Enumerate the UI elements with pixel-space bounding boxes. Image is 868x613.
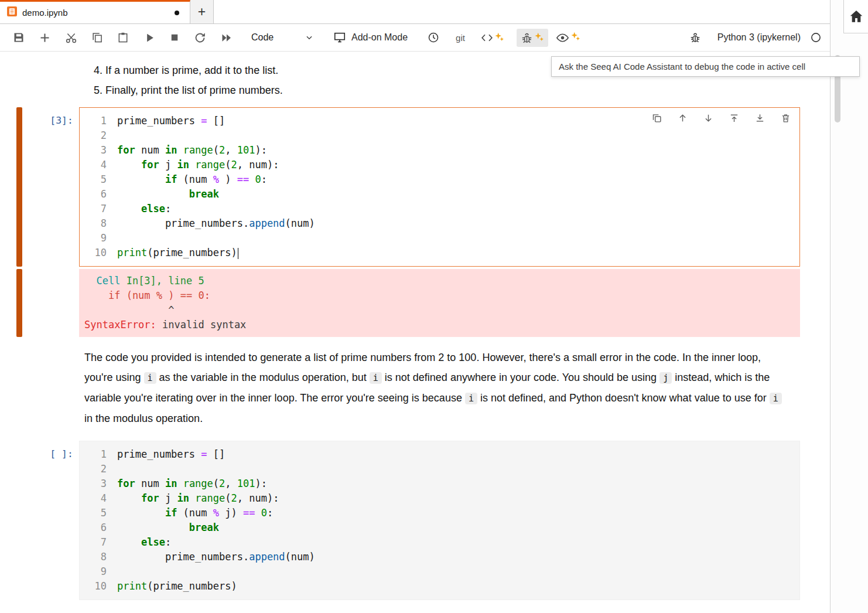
- stop-icon: [169, 32, 180, 43]
- tab-title: demo.ipynb: [22, 8, 169, 18]
- input-collapser[interactable]: [16, 107, 22, 267]
- code-text: [107, 564, 117, 579]
- arrow-up-icon: [678, 113, 688, 123]
- code-line[interactable]: 7 else:: [80, 535, 799, 550]
- traceback-line: if (num % ) == 0:: [84, 288, 800, 303]
- scissors-icon: [65, 32, 77, 44]
- tab-demo-ipynb[interactable]: demo.ipynb: [0, 0, 190, 23]
- code-text: [107, 462, 117, 476]
- ai-code-assistant-button[interactable]: [477, 29, 508, 47]
- debugger-toggle-button[interactable]: [687, 29, 703, 46]
- save-icon: [13, 32, 25, 43]
- insert-cell-below-button[interactable]: [755, 113, 765, 123]
- ai-explain-assistant-button[interactable]: [552, 28, 585, 47]
- home-icon: [849, 9, 864, 24]
- kernel-name-button[interactable]: Python 3 (ipykernel): [717, 32, 801, 43]
- inline-code: j: [659, 372, 672, 384]
- markdown-cell-explanation[interactable]: The code you provided is intended to gen…: [84, 348, 786, 428]
- line-number: 7: [80, 202, 107, 216]
- code-editor[interactable]: 1prime_numbers = []23for num in range(2,…: [79, 441, 800, 600]
- git-label: git: [456, 33, 465, 43]
- debugger-bug-icon: [689, 32, 701, 43]
- cell-toolbar: [652, 113, 791, 123]
- execution-count-prompt: [ ]:: [22, 441, 79, 600]
- code-line[interactable]: 10print(prime_numbers): [80, 579, 799, 594]
- code-text: if (num % j) == 0:: [107, 506, 273, 520]
- line-number: 5: [80, 172, 107, 187]
- move-cell-up-button[interactable]: [678, 113, 688, 123]
- copy-icon: [91, 32, 103, 43]
- duplicate-cell-button[interactable]: [652, 113, 662, 123]
- code-line[interactable]: 3for num in range(2, 101):: [80, 143, 799, 158]
- save-button[interactable]: [11, 29, 27, 46]
- traceback-line: Cell In[3], line 5: [84, 274, 800, 288]
- new-tab-button[interactable]: +: [190, 0, 214, 23]
- arrow-down-icon: [703, 113, 713, 123]
- plus-icon: [39, 32, 51, 44]
- code-text: for num in range(2, 101):: [107, 476, 267, 491]
- line-number: 7: [80, 535, 107, 550]
- code-line[interactable]: 8 prime_numbers.append(num): [80, 550, 799, 564]
- code-line[interactable]: 7 else:: [80, 202, 799, 216]
- line-number: 6: [80, 520, 107, 535]
- delete-cell-button[interactable]: [781, 113, 791, 123]
- play-icon: [144, 32, 155, 43]
- eye-icon: [556, 31, 569, 45]
- restart-kernel-button[interactable]: [192, 29, 209, 46]
- insert-cell-above-button[interactable]: [729, 113, 739, 123]
- code-line[interactable]: 1prime_numbers = []: [80, 447, 799, 462]
- code-editor[interactable]: 1prime_numbers = []23for num in range(2,…: [79, 107, 800, 267]
- code-tag-icon: [481, 32, 493, 44]
- code-line[interactable]: 10print(prime_numbers): [80, 246, 799, 260]
- right-rail: [831, 0, 868, 613]
- insert-cell-button[interactable]: [36, 29, 53, 46]
- code-text: prime_numbers.append(num): [107, 550, 315, 564]
- sparkle-icon: [534, 32, 544, 42]
- code-line[interactable]: 5 if (num % ) == 0:: [80, 172, 799, 187]
- code-text: print(prime_numbers): [107, 246, 238, 260]
- code-line[interactable]: 4 for j in range(2, num):: [80, 158, 799, 172]
- debug-assistant-tooltip: Ask the Seeq AI Code Assistant to debug …: [551, 56, 860, 77]
- ai-debug-assistant-button[interactable]: [517, 29, 548, 47]
- paste-cells-button[interactable]: [115, 29, 131, 46]
- history-button[interactable]: [425, 29, 442, 46]
- traceback-line: ^: [84, 303, 800, 318]
- code-line[interactable]: 9: [80, 231, 799, 246]
- interrupt-kernel-button[interactable]: [167, 30, 182, 45]
- code-line[interactable]: 8 prime_numbers.append(num): [80, 216, 799, 231]
- sparkle-icon: [494, 32, 504, 42]
- cell-type-dropdown[interactable]: Code: [247, 30, 318, 45]
- code-text: else:: [107, 535, 171, 550]
- restart-run-all-button[interactable]: [218, 29, 235, 46]
- line-number: 2: [80, 128, 107, 143]
- output-prompt: [22, 269, 79, 337]
- cell-type-value: Code: [251, 32, 274, 43]
- line-number: 4: [80, 491, 107, 506]
- code-line[interactable]: 5 if (num % j) == 0:: [80, 506, 799, 520]
- addon-mode-button[interactable]: Add-on Mode: [331, 29, 410, 46]
- main-area: demo.ipynb +: [0, 0, 831, 613]
- input-collapser[interactable]: [16, 441, 22, 600]
- code-text: for j in range(2, num):: [107, 491, 279, 506]
- run-cell-button[interactable]: [142, 30, 158, 46]
- line-number: 4: [80, 158, 107, 172]
- code-line[interactable]: 4 for j in range(2, num):: [80, 491, 799, 506]
- duplicate-icon: [652, 113, 662, 123]
- kernel-status-indicator: [810, 32, 822, 43]
- code-line[interactable]: 3for num in range(2, 101):: [80, 476, 799, 491]
- home-button[interactable]: [843, 0, 868, 33]
- code-text: prime_numbers = []: [107, 447, 225, 462]
- code-line[interactable]: 6 break: [80, 520, 799, 535]
- cut-cells-button[interactable]: [63, 29, 80, 46]
- code-line[interactable]: 2: [80, 128, 799, 143]
- code-line[interactable]: 2: [80, 462, 799, 476]
- code-line[interactable]: 6 break: [80, 187, 799, 202]
- move-cell-down-button[interactable]: [703, 113, 713, 123]
- code-line[interactable]: 9: [80, 564, 799, 579]
- code-text: break: [107, 520, 219, 535]
- copy-cells-button[interactable]: [89, 29, 105, 46]
- code-text: for j in range(2, num):: [107, 158, 279, 172]
- git-button[interactable]: git: [453, 30, 467, 45]
- output-collapser[interactable]: [16, 269, 22, 337]
- unsaved-changes-indicator[interactable]: [175, 11, 179, 15]
